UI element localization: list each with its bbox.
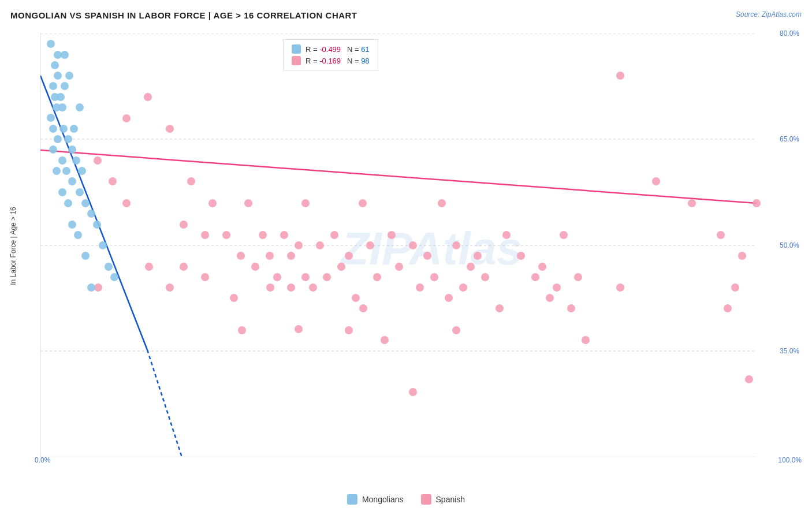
svg-point-13 xyxy=(144,93,152,101)
svg-point-25 xyxy=(266,252,274,260)
svg-point-41 xyxy=(366,241,374,249)
svg-point-52 xyxy=(452,241,460,249)
svg-point-63 xyxy=(553,283,561,292)
svg-point-103 xyxy=(49,145,57,154)
y-tick-50: 50.0% xyxy=(780,241,799,249)
svg-point-33 xyxy=(309,283,317,292)
svg-point-59 xyxy=(517,252,525,260)
svg-point-86 xyxy=(109,177,117,185)
svg-point-110 xyxy=(58,188,66,196)
svg-point-117 xyxy=(93,221,101,229)
svg-point-97 xyxy=(47,114,55,122)
svg-point-115 xyxy=(87,210,95,218)
svg-point-28 xyxy=(287,283,295,292)
bottom-legend-spanish: Spanish xyxy=(421,494,465,505)
svg-point-27 xyxy=(280,231,288,239)
y-tick-35: 35.0% xyxy=(780,347,799,355)
svg-point-120 xyxy=(81,252,90,260)
svg-point-114 xyxy=(81,199,90,207)
svg-point-51 xyxy=(445,294,453,302)
svg-point-72 xyxy=(724,304,732,312)
svg-point-85 xyxy=(122,199,131,207)
svg-point-83 xyxy=(166,283,174,292)
legend-mongolians-r: R = -0.499 N = 61 xyxy=(306,45,370,54)
svg-point-128 xyxy=(76,103,84,111)
chart-svg: ZIPAtlas xyxy=(40,33,783,457)
x-tick-0: 0.0% xyxy=(35,456,50,464)
svg-point-84 xyxy=(145,263,153,271)
svg-point-11 xyxy=(94,156,102,165)
svg-point-74 xyxy=(738,252,746,260)
svg-point-113 xyxy=(64,199,72,207)
svg-point-37 xyxy=(337,263,345,271)
legend-spanish-r: R = -0.169 N = 98 xyxy=(306,57,370,65)
svg-point-31 xyxy=(301,273,310,281)
svg-point-56 xyxy=(481,273,489,281)
svg-point-50 xyxy=(438,199,446,207)
svg-point-67 xyxy=(582,336,590,344)
svg-point-122 xyxy=(87,283,95,292)
svg-point-15 xyxy=(180,221,188,229)
svg-point-78 xyxy=(409,388,417,396)
bottom-legend-mongolians: Mongolians xyxy=(347,494,404,505)
svg-point-109 xyxy=(68,177,76,185)
svg-point-38 xyxy=(345,252,353,260)
svg-point-16 xyxy=(180,263,188,271)
svg-point-111 xyxy=(78,167,86,175)
chart-title: MONGOLIAN VS SPANISH IN LABOR FORCE | AG… xyxy=(10,10,357,20)
svg-text:ZIPAtlas: ZIPAtlas xyxy=(340,223,522,274)
legend-box: R = -0.499 N = 61 R = -0.169 N = 98 xyxy=(283,39,378,70)
svg-point-54 xyxy=(467,263,475,271)
svg-point-34 xyxy=(316,241,324,249)
svg-point-26 xyxy=(273,273,281,281)
mongolians-legend-color xyxy=(292,44,301,54)
svg-point-21 xyxy=(237,252,245,260)
x-tick-100: 100.0% xyxy=(778,456,802,464)
bottom-mongolians-label: Mongolians xyxy=(362,495,404,504)
svg-point-44 xyxy=(388,231,396,239)
svg-point-64 xyxy=(560,231,568,239)
svg-point-65 xyxy=(567,304,575,312)
svg-point-94 xyxy=(49,82,57,90)
svg-point-106 xyxy=(62,167,70,175)
svg-point-90 xyxy=(452,326,460,334)
spanish-legend-color xyxy=(292,56,301,65)
bottom-spanish-color xyxy=(421,494,431,505)
svg-point-112 xyxy=(76,188,84,196)
svg-point-93 xyxy=(54,72,62,80)
svg-point-125 xyxy=(47,40,55,48)
svg-point-102 xyxy=(64,135,72,143)
svg-point-89 xyxy=(295,325,303,333)
svg-point-48 xyxy=(423,252,431,260)
svg-point-12 xyxy=(122,114,131,122)
legend-mongolians: R = -0.499 N = 61 xyxy=(292,44,370,54)
svg-point-87 xyxy=(94,283,102,292)
svg-point-22 xyxy=(244,199,252,207)
svg-point-116 xyxy=(68,221,76,229)
y-tick-80: 80.0% xyxy=(780,29,799,38)
svg-point-42 xyxy=(373,273,381,281)
svg-point-131 xyxy=(65,72,73,80)
svg-point-39 xyxy=(352,294,360,302)
svg-point-99 xyxy=(49,125,57,133)
legend-spanish: R = -0.169 N = 98 xyxy=(292,56,370,65)
svg-point-101 xyxy=(59,125,68,133)
bottom-legend: Mongolians Spanish xyxy=(347,494,465,505)
svg-point-129 xyxy=(51,93,59,101)
svg-point-123 xyxy=(110,273,118,281)
svg-point-69 xyxy=(652,177,660,185)
svg-point-23 xyxy=(251,263,259,271)
svg-point-32 xyxy=(301,199,310,207)
svg-point-45 xyxy=(395,263,403,271)
svg-point-73 xyxy=(731,283,739,292)
svg-point-68 xyxy=(616,72,624,80)
svg-point-53 xyxy=(459,283,467,292)
svg-point-105 xyxy=(68,145,76,154)
svg-point-80 xyxy=(266,283,274,292)
svg-point-43 xyxy=(381,336,389,344)
svg-point-98 xyxy=(58,103,66,111)
svg-point-14 xyxy=(166,125,174,133)
svg-point-55 xyxy=(474,252,482,260)
svg-point-108 xyxy=(72,156,80,165)
svg-point-19 xyxy=(208,199,217,207)
